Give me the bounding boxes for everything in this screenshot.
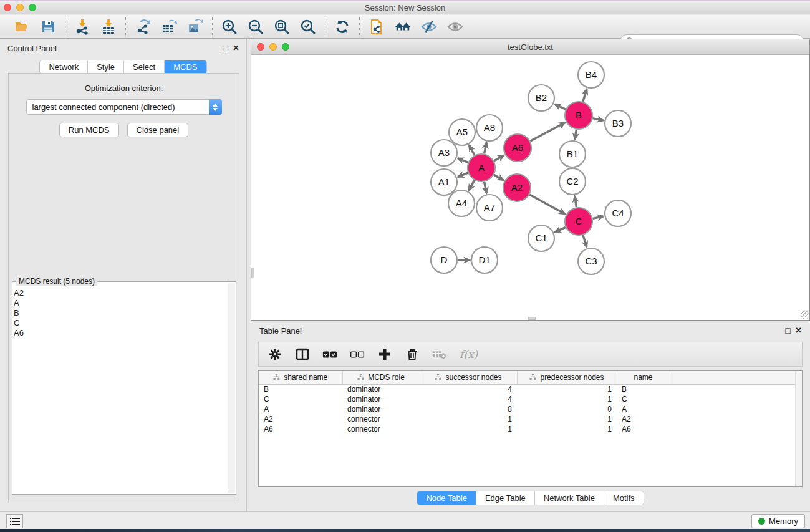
column-header-MCDS-role[interactable]: MCDS role [342,371,420,384]
task-history-button[interactable] [6,514,23,528]
edge-A6-B[interactable] [530,123,565,142]
table-cell[interactable]: 0 [517,404,617,414]
tab-network-table[interactable]: Network Table [535,491,604,505]
mcds-result-item[interactable]: A [14,298,227,308]
column-header-successor-nodes[interactable]: successor nodes [420,371,517,384]
mcds-result-item[interactable]: B [14,308,227,318]
node-table-grid[interactable]: shared nameMCDS rolesuccessor nodesprede… [259,371,802,434]
network-minimize-button[interactable] [269,43,277,51]
close-table-panel-icon[interactable]: × [796,326,801,336]
column-header-shared-name[interactable]: shared name [259,371,342,384]
table-cell[interactable]: dominator [342,404,420,414]
table-cell[interactable]: 1 [420,414,517,424]
zoom-selected-icon[interactable] [300,19,316,35]
table-cell[interactable]: C [259,394,342,404]
table-cell[interactable]: A2 [259,414,342,424]
tab-mcds[interactable]: MCDS [165,60,206,74]
delete-column-icon[interactable] [405,347,420,362]
resize-grip-icon[interactable] [801,311,809,319]
edge-A-A5[interactable] [469,145,475,155]
show-details-icon[interactable] [447,19,463,35]
table-cell[interactable]: A6 [617,424,670,434]
table-cell[interactable]: 1 [517,424,617,434]
table-cell[interactable]: 1 [517,384,617,394]
edge-C-C1[interactable] [555,227,566,232]
column-header-predecessor-nodes[interactable]: predecessor nodes [517,371,617,384]
table-settings-icon[interactable] [268,347,282,362]
table-cell[interactable]: 1 [517,394,617,404]
edge-C-C3[interactable] [583,235,587,247]
column-header-name[interactable]: name [617,371,670,384]
table-row[interactable]: Cdominator41C [259,394,802,404]
edge-A-A7[interactable] [485,182,487,193]
criterion-dropdown[interactable]: largest connected component (directed) [26,99,222,115]
column-layout-icon[interactable] [295,347,310,362]
table-cell[interactable]: 1 [420,424,517,434]
table-cell[interactable]: 1 [517,414,617,424]
export-network-icon[interactable] [135,19,151,35]
table-cell[interactable]: 4 [420,394,517,404]
close-panel-button[interactable]: Close panel [127,123,189,137]
export-image-icon[interactable] [187,19,203,35]
table-cell[interactable]: dominator [342,394,420,404]
network-window-titlebar[interactable]: testGlobe.txt [251,39,809,55]
table-cell[interactable]: 4 [420,384,517,394]
run-mcds-button[interactable]: Run MCDS [59,123,119,137]
table-cell[interactable]: C [617,394,670,404]
edge-A-A1[interactable] [458,173,468,177]
mcds-result-list[interactable]: A2ABCA6 [14,283,227,493]
table-cell[interactable]: connector [342,424,420,434]
function-builder-icon[interactable]: f(x) [460,348,478,360]
edge-C-C4[interactable] [593,216,604,219]
table-cell[interactable]: A [259,404,342,414]
refresh-icon[interactable] [334,19,350,35]
zoom-window-button[interactable] [29,4,36,11]
edge-A-A4[interactable] [469,180,475,190]
network-close-button[interactable] [257,43,264,51]
float-panel-icon[interactable]: □ [223,44,228,52]
table-cell[interactable]: B [617,384,670,394]
zoom-fit-icon[interactable] [274,19,290,35]
tab-edge-table[interactable]: Edge Table [476,491,535,505]
tab-style[interactable]: Style [88,60,124,74]
mcds-result-item[interactable]: A6 [14,328,227,338]
tab-node-table[interactable]: Node Table [417,491,476,505]
edge-B-B4[interactable] [583,89,587,102]
unselect-all-columns-icon[interactable] [350,347,365,362]
vertical-scroll-indicator[interactable] [251,268,254,278]
edge-A-A2[interactable] [494,175,503,180]
zoom-in-icon[interactable] [221,19,238,35]
add-column-icon[interactable] [377,347,392,362]
edge-A-A8[interactable] [485,143,487,154]
float-table-panel-icon[interactable]: □ [785,326,790,335]
edge-A-A6[interactable] [494,155,504,161]
table-cell[interactable]: connector [342,414,420,424]
table-cell[interactable]: dominator [342,384,420,394]
edge-A2-C[interactable] [529,195,565,214]
table-cell[interactable]: A [617,404,670,414]
tab-network[interactable]: Network [40,60,88,74]
network-zoom-button[interactable] [282,43,289,51]
export-table-icon[interactable] [161,19,177,35]
import-table-icon[interactable] [100,19,117,35]
hide-details-icon[interactable] [421,19,437,35]
horizontal-scroll-indicator[interactable] [528,317,536,320]
mcds-result-item[interactable]: A2 [14,288,227,298]
save-icon[interactable] [40,19,56,35]
table-row[interactable]: A6connector11A6 [259,424,802,434]
table-cell[interactable]: A6 [259,424,342,434]
edge-C-C2[interactable] [575,196,577,208]
network-canvas[interactable]: B4B2BB3A5A8A6A3AB1A1A2C2A4A7C4CC1DD1C3 [251,55,809,320]
home-network-icon[interactable] [395,19,411,35]
delete-table-icon[interactable] [432,347,447,362]
edge-B-B1[interactable] [575,130,577,140]
close-panel-icon[interactable]: × [233,43,239,53]
edge-B-B3[interactable] [593,118,604,121]
network-graph[interactable]: B4B2BB3A5A8A6A3AB1A1A2C2A4A7C4CC1DD1C3 [251,55,809,320]
network-document-icon[interactable] [369,19,385,35]
table-cell[interactable]: A2 [617,414,670,424]
mcds-result-scrollbar[interactable] [228,283,235,493]
table-row[interactable]: Bdominator41B [259,384,802,394]
table-cell[interactable]: 8 [420,404,517,414]
table-cell[interactable]: B [259,384,342,394]
